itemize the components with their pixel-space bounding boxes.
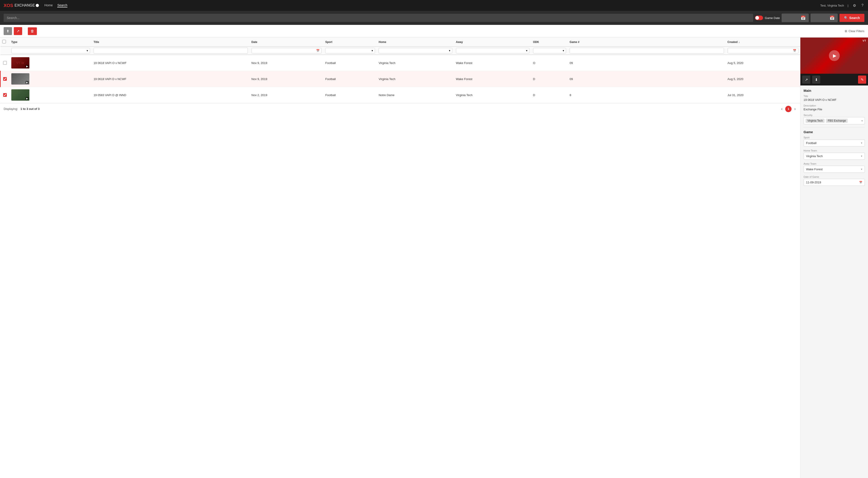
game-date-label: Game Date <box>765 16 780 20</box>
row-checkbox[interactable] <box>3 77 7 81</box>
sport-filter-select[interactable]: ▾ <box>325 48 375 53</box>
row-check-cell <box>0 55 9 71</box>
security-tags[interactable]: Virginia Tech FBS Exchange ▾ <box>804 117 865 124</box>
panel-video-bg: VT <box>800 37 868 74</box>
row-title: 19 0583 VAPI D @ INND <box>94 93 126 97</box>
next-page-button[interactable]: › <box>794 105 797 112</box>
logo-xo: XO <box>4 3 10 8</box>
toolbar: ⬆ ↗ 🗑 ⊞ Clear Filters <box>0 25 868 37</box>
home-filter-select[interactable]: ▾ <box>379 48 452 53</box>
panel-date-of-game-value: 11-09-2019 <box>806 181 821 184</box>
date-picker-end[interactable]: 📅 <box>811 13 838 22</box>
filter-type: ▾ <box>9 46 92 55</box>
row-game-num: 09 <box>570 61 573 65</box>
row-game-num: 09 <box>570 77 573 81</box>
panel-date-of-game-dropdown[interactable]: 11-09-2019 📅 <box>804 179 865 186</box>
search-icon: 🔍 <box>844 16 848 20</box>
delete-button[interactable]: 🗑 <box>28 27 37 35</box>
row-date: Nov 9, 2019 <box>251 61 267 65</box>
game-num-filter-input[interactable] <box>570 48 724 54</box>
table-row[interactable]: VT W▶ 19 0618 VAPI O v NCWF Nov 9, 2019 … <box>0 55 800 71</box>
row-odk-cell: D <box>531 87 568 103</box>
row-created: Jul 31, 2020 <box>727 93 744 97</box>
panel-play-button[interactable] <box>829 50 840 61</box>
toolbar-separator <box>25 28 25 34</box>
panel-away-team-dropdown[interactable]: Wake Forest ▾ <box>804 166 865 173</box>
nav-search[interactable]: Search <box>57 3 67 7</box>
panel-description-label: Description <box>804 104 865 107</box>
nav-home[interactable]: Home <box>44 3 53 7</box>
panel-share-button[interactable]: ↗ <box>802 75 810 84</box>
clear-filters-button[interactable]: ⊞ Clear Filters <box>845 29 864 33</box>
panel-video: VT <box>800 37 868 74</box>
search-button[interactable]: 🔍 Search <box>839 14 864 22</box>
row-game-num-cell: 09 <box>568 71 726 87</box>
filter-title <box>92 46 250 55</box>
filter-game-num <box>568 46 726 55</box>
clear-filters-label: Clear Filters <box>848 29 864 33</box>
created-filter-select[interactable]: 📅 <box>727 48 798 53</box>
row-created-cell: Jul 31, 2020 <box>726 87 800 103</box>
select-all-checkbox[interactable] <box>2 40 6 43</box>
game-date-toggle: Game Date <box>755 15 780 20</box>
sort-icon[interactable]: ↓ <box>738 40 740 44</box>
panel-home-team-dropdown[interactable]: Virginia Tech ▾ <box>804 153 865 160</box>
help-button[interactable]: ? <box>861 2 864 8</box>
panel-sport-value: Football <box>806 141 816 145</box>
logo-xos: XOS <box>4 3 13 8</box>
odk-filter-select[interactable]: ▾ <box>533 48 566 53</box>
title-filter-input[interactable] <box>94 48 248 54</box>
row-checkbox[interactable] <box>3 61 7 65</box>
upload-button[interactable]: ⬆ <box>4 27 12 35</box>
date-picker-start[interactable]: 📅 <box>782 13 809 22</box>
table-footer: Displaying: 1 to 3 out of 3 ‹ 1 › <box>0 103 800 115</box>
row-date-cell: Nov 2, 2019 <box>250 87 323 103</box>
row-away-cell: Virginia Tech <box>454 87 531 103</box>
row-type-cell: ▶ <box>9 71 92 87</box>
row-sport: Football <box>325 93 336 97</box>
thumbnail: ▶ <box>11 89 29 101</box>
row-checkbox[interactable] <box>3 93 7 97</box>
row-created-cell: Aug 5, 2020 <box>726 55 800 71</box>
th-game-num: Game # <box>568 37 726 46</box>
row-title: 19 0618 VAPI O v NCWF <box>94 61 127 65</box>
panel-home-team-field: Home Team Virginia Tech ▾ <box>804 149 865 160</box>
displaying-range: 1 to 3 out of 3 <box>20 107 39 110</box>
filter-row: ▾ 📅 ▾ <box>0 46 800 55</box>
row-game-num-cell: 8 <box>568 87 726 103</box>
search-input[interactable] <box>4 14 753 22</box>
type-filter-select[interactable]: ▾ <box>11 48 90 53</box>
away-filter-select[interactable]: ▾ <box>456 48 529 53</box>
row-odk-cell: O <box>531 55 568 71</box>
search-bar-row: Game Date 📅 📅 🔍 Search <box>0 11 868 25</box>
filter-date: 📅 <box>250 46 323 55</box>
game-date-toggle-switch[interactable] <box>755 15 763 20</box>
logo-exchange: EXCHANGE <box>14 3 35 7</box>
table-row[interactable]: ▶ 19 0583 VAPI D @ INND Nov 2, 2019 Foot… <box>0 87 800 103</box>
th-away: Away <box>454 37 531 46</box>
row-odk: O <box>533 61 535 65</box>
row-date: Nov 9, 2019 <box>251 77 267 81</box>
th-created: Created ↓ <box>726 37 800 46</box>
row-created: Aug 5, 2020 <box>727 77 743 81</box>
row-sport-cell: Football <box>323 55 377 71</box>
panel-sport-dropdown[interactable]: Football ▾ <box>804 139 865 147</box>
prev-page-button[interactable]: ‹ <box>780 105 783 112</box>
row-home: Virginia Tech <box>379 77 395 81</box>
row-created-cell: Aug 5, 2020 <box>726 71 800 87</box>
current-page: 1 <box>785 106 792 112</box>
panel-edit-icon: ✎ <box>861 77 864 82</box>
th-title: Title <box>92 37 250 46</box>
table-row[interactable]: ▶ 19 0618 VAPI D v NCWF Nov 9, 2019 Foot… <box>0 71 800 87</box>
date-filter-select[interactable]: 📅 <box>251 48 322 53</box>
video-icon: ▶ <box>26 81 29 84</box>
panel-download-button[interactable]: ⬇ <box>812 75 820 84</box>
row-odk: D <box>533 77 535 81</box>
footer-display: Displaying: 1 to 3 out of 3 <box>4 107 39 110</box>
panel-edit-button[interactable]: ✎ <box>858 75 866 84</box>
security-tag-vt: Virginia Tech <box>806 119 825 123</box>
data-table: Type Title Date Sport Home Awa <box>0 37 800 103</box>
logo-badge <box>36 4 39 7</box>
share-button[interactable]: ↗ <box>14 27 22 35</box>
settings-button[interactable]: ⚙ <box>852 2 857 9</box>
